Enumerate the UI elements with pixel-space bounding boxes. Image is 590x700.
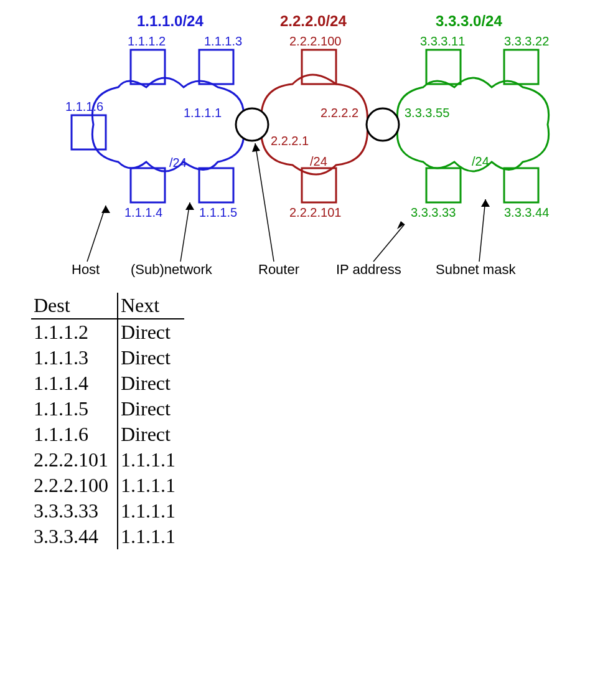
table-row: 1.1.1.2Direct xyxy=(31,319,184,345)
ip-green-22: 3.3.3.22 xyxy=(504,34,549,49)
table-row: 1.1.1.3Direct xyxy=(31,345,184,371)
ip-green-11: 3.3.3.11 xyxy=(420,34,465,49)
table-row: 2.2.2.1001.1.1.1 xyxy=(31,473,184,498)
svg-line-13 xyxy=(87,206,106,262)
ip-router1-blue: 1.1.1.1 xyxy=(184,106,222,120)
svg-rect-4 xyxy=(199,168,233,202)
svg-rect-3 xyxy=(131,168,165,202)
svg-rect-10 xyxy=(504,168,538,202)
ip-blue-3: 1.1.1.3 xyxy=(204,34,242,49)
svg-rect-8 xyxy=(504,50,538,84)
svg-rect-1 xyxy=(199,50,233,84)
ip-blue-6: 1.1.1.6 xyxy=(65,100,103,114)
legend-subnet: (Sub)network xyxy=(131,262,212,278)
mask-red: /24 xyxy=(310,154,327,169)
routing-header-dest: Dest xyxy=(31,293,118,319)
table-row: 3.3.3.331.1.1.1 xyxy=(31,498,184,524)
svg-rect-2 xyxy=(72,115,106,149)
ip-blue-5: 1.1.1.5 xyxy=(199,206,237,220)
svg-marker-22 xyxy=(481,199,490,207)
ip-green-44: 3.3.3.44 xyxy=(504,206,549,220)
svg-rect-5 xyxy=(302,50,336,84)
table-row: 1.1.1.4Direct xyxy=(31,371,184,396)
net-title-green: 3.3.3.0/24 xyxy=(436,12,502,30)
table-row: 3.3.3.441.1.1.1 xyxy=(31,524,184,549)
table-row: 1.1.1.6Direct xyxy=(31,422,184,447)
ip-blue-4: 1.1.1.4 xyxy=(124,206,162,220)
svg-line-17 xyxy=(479,199,485,262)
svg-line-15 xyxy=(255,143,274,262)
ip-router2-red: 2.2.2.2 xyxy=(321,106,358,120)
legend-ip: IP address xyxy=(336,262,401,278)
svg-marker-19 xyxy=(185,202,194,210)
table-row: 2.2.2.1011.1.1.1 xyxy=(31,447,184,473)
ip-blue-2: 1.1.1.2 xyxy=(128,34,166,49)
svg-point-12 xyxy=(367,108,399,141)
svg-line-14 xyxy=(180,202,190,262)
ip-red-101: 2.2.2.101 xyxy=(289,206,341,220)
net-title-blue: 1.1.1.0/24 xyxy=(137,12,204,30)
routing-header-next: Next xyxy=(118,293,184,319)
svg-rect-7 xyxy=(426,50,461,84)
ip-router1-red: 2.2.2.1 xyxy=(271,134,309,148)
mask-green: /24 xyxy=(472,154,489,169)
ip-red-100: 2.2.2.100 xyxy=(289,34,341,49)
table-row: 1.1.1.5Direct xyxy=(31,396,184,422)
legend-host: Host xyxy=(72,262,100,278)
network-diagram: 1.1.1.0/24 2.2.2.0/24 3.3.3.0/24 1.1.1.2… xyxy=(12,12,578,286)
svg-rect-9 xyxy=(426,168,461,202)
net-title-red: 2.2.2.0/24 xyxy=(280,12,347,30)
routing-table: Dest Next 1.1.1.2Direct 1.1.1.3Direct 1.… xyxy=(31,293,578,549)
mask-blue: /24 xyxy=(169,156,187,170)
ip-router2-green: 3.3.3.55 xyxy=(405,106,449,120)
legend-mask: Subnet mask xyxy=(436,262,515,278)
svg-marker-18 xyxy=(101,206,110,213)
ip-green-33: 3.3.3.33 xyxy=(411,206,456,220)
svg-line-16 xyxy=(373,224,405,262)
diagram-svg xyxy=(12,12,578,286)
svg-point-11 xyxy=(236,108,268,141)
legend-router: Router xyxy=(258,262,299,278)
svg-marker-20 xyxy=(252,143,260,152)
